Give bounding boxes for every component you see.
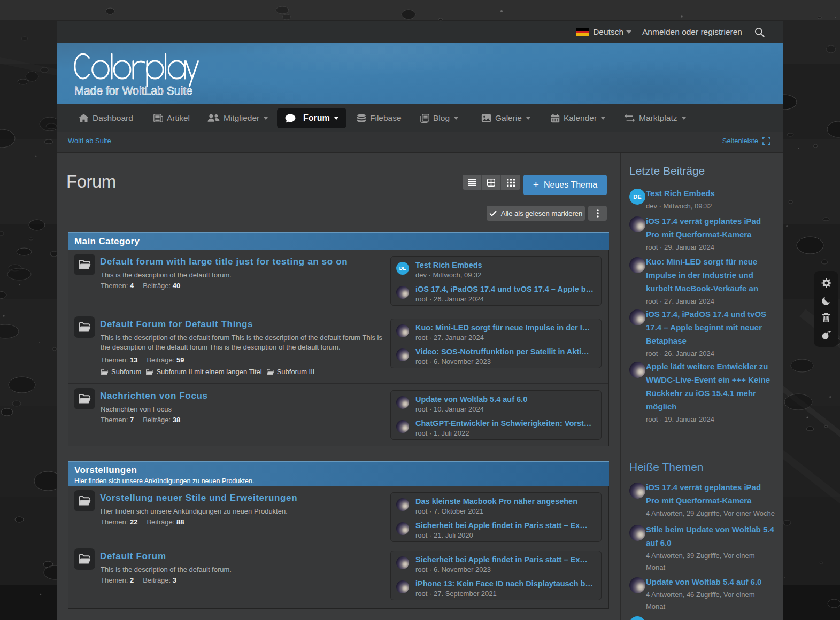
svg-text:Made for WoltLab Suite: Made for WoltLab Suite <box>74 84 192 97</box>
